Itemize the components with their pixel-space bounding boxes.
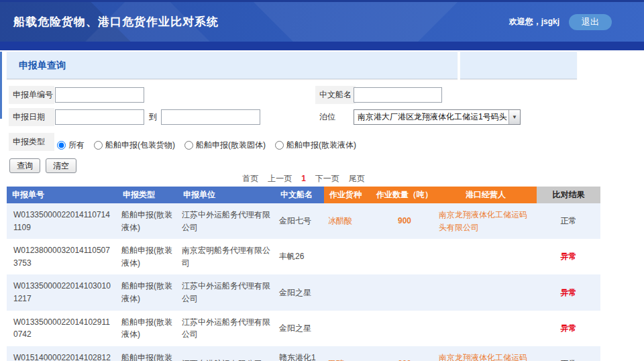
table-row: W013350000220141030101217船舶申报(散装液体)江苏中外运…	[7, 274, 600, 310]
column-header: 比对结果	[537, 187, 600, 203]
declare-type-radio[interactable]	[184, 141, 193, 150]
cell-ship-name: 赣东港化166	[275, 346, 324, 361]
app-header: 船载危险货物、港口危货作业比对系统 欢迎您，jsgkj 退出	[0, 0, 644, 50]
ship-name-label: 中文船名	[315, 86, 356, 104]
declaration-no-input[interactable]	[55, 87, 144, 103]
clear-button[interactable]: 清空	[46, 158, 76, 173]
cell-quantity	[374, 274, 435, 310]
column-header: 申报单位	[178, 187, 275, 203]
table-row: W012380000320141105073753船舶申报(散装液体)南京宏明船…	[7, 239, 600, 274]
tab-label: 申报单查询	[7, 52, 458, 79]
table-header-row: 申报单号申报类型申报单位中文船名作业货种作业数量（吨）港口经营人比对结果	[7, 187, 600, 203]
declare-date-label: 申报日期	[9, 108, 54, 126]
header-deco-shape	[213, 2, 498, 42]
declare-type-label: 申报类型	[9, 133, 54, 151]
radio-option: 船舶申报(散装液体)	[275, 140, 356, 151]
header-user-area: 欢迎您，jsgkj 退出	[509, 2, 612, 42]
logout-button[interactable]: 退出	[569, 14, 612, 30]
ship-name-input[interactable]	[354, 87, 442, 103]
pagination-link[interactable]: 首页	[242, 174, 258, 183]
cell-declaration-no: W012380000320141105073753	[7, 239, 117, 274]
radio-option-label: 船舶申报(散装固体)	[196, 140, 266, 151]
pagination: 首页上一页1下一页尾页	[7, 173, 600, 185]
cell-declaration-type: 船舶申报(散装液体)	[117, 274, 178, 310]
radio-option: 所有	[57, 140, 85, 151]
dropdown-arrow-icon[interactable]: ▼	[508, 110, 520, 124]
query-button[interactable]: 查询	[9, 158, 40, 173]
cell-cargo-type: 冰醋酸	[324, 203, 374, 239]
pagination-link[interactable]: 下一页	[315, 174, 339, 183]
column-header: 中文船名	[275, 187, 324, 203]
cell-cargo-type: 甲醇	[324, 346, 374, 361]
tab-strip-extension	[460, 52, 577, 79]
table-row: W015140000220141028122151船舶申报(散装液体)江西东港航…	[7, 346, 600, 361]
column-header: 作业数量（吨）	[374, 187, 435, 203]
berth-select[interactable]: 南京港大厂港区龙翔液体化工储运1号码头 ▼	[354, 109, 521, 125]
cell-compare-result: 正常	[537, 346, 600, 361]
cell-ship-name: 金阳之星	[275, 274, 324, 310]
radio-option-label: 所有	[68, 140, 85, 151]
welcome-text: 欢迎您，jsgkj	[509, 16, 559, 28]
pagination-current-page: 1	[301, 174, 306, 183]
radio-option-label: 船舶申报(散装液体)	[286, 140, 356, 151]
declare-type-radio[interactable]	[57, 141, 66, 150]
declaration-no-label: 申报单编号	[9, 86, 54, 104]
cell-declaration-type: 船舶申报(散装液体)	[117, 346, 178, 361]
header-bottom-strip	[0, 42, 644, 50]
cell-declaration-no: W013350000220141030101217	[7, 274, 117, 310]
date-to-label: 到	[149, 109, 157, 125]
radio-option: 船舶申报(散装固体)	[184, 140, 266, 151]
cell-port-operator	[435, 311, 537, 346]
radio-option: 船舶申报(包装货物)	[94, 140, 175, 151]
declare-date-to-input[interactable]	[161, 109, 260, 125]
tab-declaration-query[interactable]: 申报单查询	[7, 52, 458, 79]
cell-declaration-no: W013350000220141107141109	[7, 203, 117, 239]
column-header: 申报单号	[7, 187, 117, 203]
cell-port-operator	[435, 239, 537, 274]
cell-compare-result: 正常	[537, 203, 600, 239]
cell-declaration-unit: 南京宏明船务代理有限公司	[178, 239, 275, 274]
cell-port-operator	[435, 274, 537, 310]
berth-label: 泊位	[315, 108, 356, 126]
cell-declaration-unit: 江西东港航运有限公司	[178, 346, 275, 361]
cell-declaration-unit: 江苏中外运船务代理有限公司	[178, 274, 275, 310]
cell-ship-name: 丰帆26	[275, 239, 324, 274]
cell-quantity: 600	[374, 346, 435, 361]
app-title: 船载危险货物、港口危货作业比对系统	[13, 2, 219, 42]
declare-type-radio[interactable]	[275, 141, 284, 150]
cell-ship-name: 金阳七号	[275, 203, 324, 239]
cell-quantity	[374, 239, 435, 274]
cell-compare-result: 异常	[537, 274, 600, 310]
column-header: 作业货种	[324, 187, 374, 203]
cell-port-operator: 南京龙翔液体化工储运码头有限公司	[435, 203, 537, 239]
pagination-link[interactable]: 尾页	[349, 174, 365, 183]
radio-option-label: 船舶申报(包装货物)	[105, 140, 175, 151]
cell-declaration-type: 船舶申报(散装液体)	[117, 311, 178, 346]
cell-quantity: 900	[374, 203, 435, 239]
cell-declaration-type: 船舶申报(散装液体)	[117, 239, 178, 274]
form-actions: 查询 清空	[9, 158, 76, 173]
table-body: W013350000220141107141109船舶申报(散装液体)江苏中外运…	[7, 203, 600, 361]
results-table: 申报单号申报类型申报单位中文船名作业货种作业数量（吨）港口经营人比对结果 W01…	[7, 187, 600, 361]
query-form: 申报单编号 中文船名 申报日期 到 泊位 南京港大厂港区龙翔液体化工储运1号码头…	[0, 84, 644, 156]
pagination-link[interactable]: 上一页	[268, 174, 292, 183]
berth-selected-value: 南京港大厂港区龙翔液体化工储运1号码头	[354, 111, 508, 123]
cell-cargo-type	[324, 311, 374, 346]
column-header: 申报类型	[117, 187, 178, 203]
cell-cargo-type	[324, 274, 374, 310]
table-row: W013350000220141107141109船舶申报(散装液体)江苏中外运…	[7, 203, 600, 239]
table-row: W013350000220141029110742船舶申报(散装液体)江苏中外运…	[7, 311, 600, 346]
declare-type-options: 所有船舶申报(包装货物)船舶申报(散装固体)船舶申报(散装液体)	[57, 136, 356, 154]
declare-type-radio[interactable]	[94, 141, 103, 150]
declare-date-from-input[interactable]	[55, 109, 144, 125]
cell-cargo-type	[324, 239, 374, 274]
cell-compare-result: 异常	[537, 239, 600, 274]
cell-declaration-type: 船舶申报(散装液体)	[117, 203, 178, 239]
cell-declaration-no: W015140000220141028122151	[7, 346, 117, 361]
cell-quantity	[374, 311, 435, 346]
cell-declaration-no: W013350000220141029110742	[7, 311, 117, 346]
tab-strip: 申报单查询	[0, 52, 644, 79]
cell-declaration-unit: 江苏中外运船务代理有限公司	[178, 311, 275, 346]
column-header: 港口经营人	[435, 187, 537, 203]
cell-declaration-unit: 江苏中外运船务代理有限公司	[178, 203, 275, 239]
